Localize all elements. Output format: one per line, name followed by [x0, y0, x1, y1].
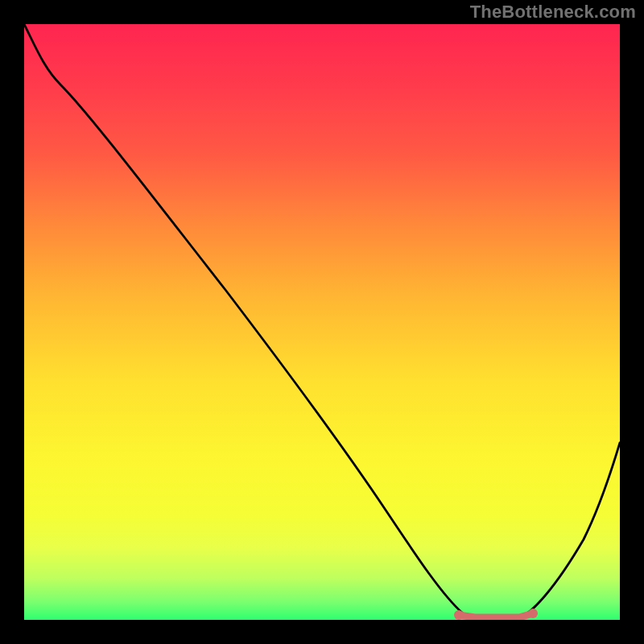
valley-highlight-segment — [459, 613, 533, 617]
plot-area — [24, 24, 620, 620]
watermark-label: TheBottleneck.com — [470, 2, 636, 23]
valley-highlight-end-dot — [528, 609, 538, 618]
bottleneck-curve-path — [24, 24, 620, 617]
chart-frame: TheBottleneck.com — [0, 0, 644, 644]
curve-overlay — [24, 24, 620, 620]
valley-highlight-start-dot — [454, 610, 464, 620]
